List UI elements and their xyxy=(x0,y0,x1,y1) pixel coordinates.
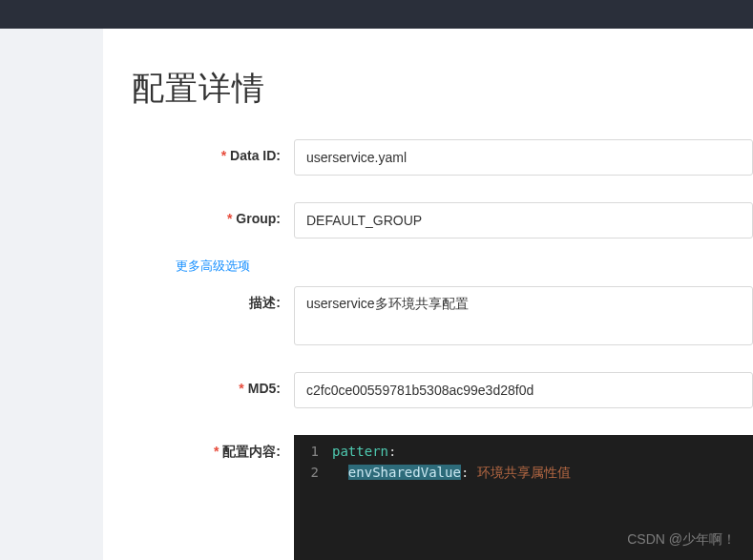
row-content: *配置内容: 1pattern:2 envSharedValue: 环境共享属性… xyxy=(132,435,753,560)
label-group: *Group: xyxy=(132,202,294,226)
label-content: *配置内容: xyxy=(132,435,294,461)
advanced-options-link[interactable]: 更多高级选项 xyxy=(176,258,753,275)
row-data-id: *Data ID: xyxy=(132,139,753,176)
input-group[interactable] xyxy=(294,202,753,239)
code-line: 1pattern: xyxy=(294,441,753,462)
line-number: 1 xyxy=(294,441,332,462)
row-group: *Group: xyxy=(132,202,753,239)
input-description[interactable] xyxy=(294,286,753,345)
code-line: 2 envSharedValue: 环境共享属性值 xyxy=(294,462,753,483)
row-md5: *MD5: xyxy=(132,372,753,408)
page-title: 配置详情 xyxy=(132,67,753,111)
line-content: envSharedValue: 环境共享属性值 xyxy=(332,462,753,483)
input-data-id[interactable] xyxy=(294,139,753,176)
code-editor[interactable]: 1pattern:2 envSharedValue: 环境共享属性值 xyxy=(294,435,753,560)
label-md5: *MD5: xyxy=(132,372,294,396)
label-description: 描述: xyxy=(132,286,294,312)
row-description: 描述: xyxy=(132,286,753,345)
top-bar xyxy=(0,0,753,29)
label-data-id: *Data ID: xyxy=(132,139,294,163)
line-number: 2 xyxy=(294,462,332,483)
content-panel: 配置详情 *Data ID: *Group: 更多高级选项 描述: *MD5: … xyxy=(103,29,753,560)
input-md5[interactable] xyxy=(294,372,753,408)
line-content: pattern: xyxy=(332,441,753,462)
